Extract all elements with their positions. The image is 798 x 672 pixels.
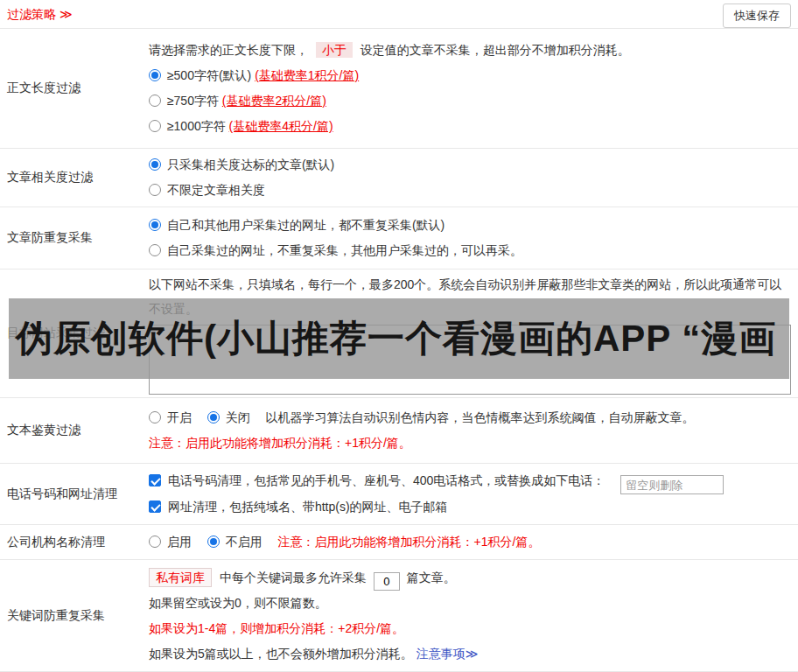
option-fee-note: (基础费率1积分/篇)	[255, 68, 359, 82]
section-label-company-clean: 公司机构名称清理	[0, 525, 149, 559]
radio-option-company-off[interactable]: 不启用	[207, 535, 266, 549]
radio-icon[interactable]	[207, 536, 220, 548]
radio-option-1000-chars[interactable]: ≥1000字符 (基础费率4积分/篇)	[149, 114, 779, 139]
option-label: 开启	[167, 410, 192, 424]
private-lexicon-tag: 私有词库	[149, 568, 212, 587]
radio-icon[interactable]	[149, 219, 161, 231]
radio-option-porn-off[interactable]: 关闭	[207, 410, 254, 424]
section-porn-filter: 文本鉴黄过滤 开启 关闭 以机器学习算法自动识别色情内容，当色情概率达到系统阈值…	[0, 398, 798, 464]
section-content-length: 正文长度过滤 请选择需求的正文长度下限， 小于 设定值的文章不采集，超出部分不增…	[0, 29, 798, 149]
option-label: 自己采集过的网址，不重复采集，其他用户采集过的，可以再采。	[167, 243, 522, 257]
section-relevance: 文章相关度过滤 只采集相关度达标的文章(默认) 不限定文章相关度	[0, 149, 798, 207]
content-length-intro: 请选择需求的正文长度下限， 小于 设定值的文章不采集，超出部分不增加积分消耗。	[149, 38, 791, 63]
checkbox-icon[interactable]	[149, 474, 161, 486]
keyword-limit-text-post: 篇文章。	[407, 570, 456, 584]
checkbox-option-url-clean[interactable]: 网址清理，包括纯域名、带http(s)的网址、电子邮箱	[149, 500, 448, 514]
keyword-rule-1-4: 如果设为1-4篇，则增加积分消耗：+2积分/篇。	[149, 616, 791, 641]
porn-filter-desc: 以机器学习算法自动识别色情内容，当色情概率达到系统阈值，自动屏蔽文章。	[266, 410, 695, 424]
section-label-phone-url-clean: 电话号码和网址清理	[0, 464, 149, 524]
section-dedup: 文章防重复采集 自己和其他用户采集过的网址，都不重复采集(默认) 自己采集过的网…	[0, 207, 798, 270]
radio-icon[interactable]	[149, 244, 161, 256]
option-label: 不限定文章相关度	[167, 183, 265, 197]
topbar: 过滤策略 ≫ 快速保存	[0, 0, 798, 29]
radio-icon[interactable]	[149, 158, 161, 171]
radio-icon[interactable]	[207, 411, 220, 424]
radio-icon[interactable]	[149, 69, 161, 81]
replacement-phone-input[interactable]	[620, 475, 724, 494]
radio-option-dedup-self-only[interactable]: 自己采集过的网址，不重复采集，其他用户采集过的，可以再采。	[149, 238, 779, 263]
option-label: 启用	[167, 535, 192, 549]
section-label-content-length: 正文长度过滤	[0, 29, 149, 148]
option-label: ≥500字符(默认)	[167, 68, 255, 82]
section-label-keyword-dedup: 关键词防重复采集	[0, 560, 149, 671]
filter-strategy-page: 过滤策略 ≫ 快速保存 正文长度过滤 请选择需求的正文长度下限， 小于 设定值的…	[0, 0, 798, 672]
checkbox-option-phone-clean[interactable]: 电话号码清理，包括常见的手机号、座机号、400电话格式，或替换成如下电话：	[149, 473, 608, 487]
porn-filter-cost-note: 注意：启用此功能将增加积分消耗：+1积分/篇。	[149, 430, 791, 456]
radio-icon[interactable]	[149, 411, 161, 424]
intro-highlight: 小于	[316, 42, 353, 58]
radio-option-porn-on[interactable]: 开启	[149, 410, 195, 424]
option-label: 网址清理，包括纯域名、带http(s)的网址、电子邮箱	[168, 500, 448, 514]
option-fee-note: (基础费率2积分/篇)	[222, 94, 326, 108]
keyword-rule-empty: 如果留空或设为0，则不限篇数。	[149, 591, 791, 616]
radio-icon[interactable]	[149, 536, 161, 548]
keyword-rule-5plus: 如果设为5篇或以上，也不会额外增加积分消耗。	[149, 647, 413, 661]
radio-option-company-on[interactable]: 启用	[149, 535, 195, 549]
section-phone-url-clean: 电话号码和网址清理 电话号码清理，包括常见的手机号、座机号、400电话格式，或替…	[0, 464, 798, 525]
notes-link[interactable]: 注意事项≫	[416, 647, 479, 661]
option-label: 不启用	[226, 535, 262, 549]
section-label-porn-filter: 文本鉴黄过滤	[0, 398, 149, 463]
page-title: 过滤策略 ≫	[7, 0, 73, 28]
intro-text-post: 设定值的文章不采集，超出部分不增加积分消耗。	[360, 43, 630, 57]
option-label: 电话号码清理，包括常见的手机号、座机号、400电话格式，或替换成如下电话：	[168, 473, 605, 487]
section-company-clean: 公司机构名称清理 启用 不启用 注意：启用此功能将增加积分消耗：+1积分/篇。	[0, 525, 798, 560]
section-label-relevance: 文章相关度过滤	[0, 149, 149, 206]
option-label: ≥750字符	[167, 94, 222, 108]
option-label: 关闭	[226, 410, 250, 424]
radio-option-relevance-strict[interactable]: 只采集相关度达标的文章(默认)	[149, 152, 779, 178]
radio-option-500-chars[interactable]: ≥500字符(默认) (基础费率1积分/篇)	[149, 63, 779, 88]
radio-option-relevance-any[interactable]: 不限定文章相关度	[149, 178, 779, 203]
quick-save-button[interactable]: 快速保存	[723, 4, 791, 28]
section-keyword-dedup: 关键词防重复采集 私有词库 中每个关键词最多允许采集 篇文章。 如果留空或设为0…	[0, 560, 798, 672]
option-label: 自己和其他用户采集过的网址，都不重复采集(默认)	[167, 218, 444, 232]
section-label-dedup: 文章防重复采集	[0, 207, 149, 269]
option-fee-note: (基础费率4积分/篇)	[229, 119, 333, 133]
option-label: 只采集相关度达标的文章(默认)	[167, 158, 334, 172]
radio-option-dedup-all-users[interactable]: 自己和其他用户采集过的网址，都不重复采集(默认)	[149, 213, 779, 238]
radio-option-750-chars[interactable]: ≥750字符 (基础费率2积分/篇)	[149, 88, 779, 114]
watermark-overlay: 伪原创软件(小山推荐一个看漫画的APP “漫画	[9, 298, 789, 379]
radio-icon[interactable]	[149, 184, 161, 196]
option-label: ≥1000字符	[167, 119, 229, 133]
keyword-limit-input[interactable]	[374, 572, 400, 591]
radio-icon[interactable]	[149, 120, 161, 132]
watermark-text: 伪原创软件(小山推荐一个看漫画的APP “漫画	[9, 314, 776, 363]
checkbox-icon[interactable]	[149, 500, 161, 513]
keyword-limit-text: 中每个关键词最多允许采集	[220, 570, 367, 584]
company-clean-cost-note: 注意：启用此功能将增加积分消耗：+1积分/篇。	[278, 535, 541, 549]
intro-text-pre: 请选择需求的正文长度下限，	[149, 43, 308, 57]
radio-icon[interactable]	[149, 94, 161, 107]
